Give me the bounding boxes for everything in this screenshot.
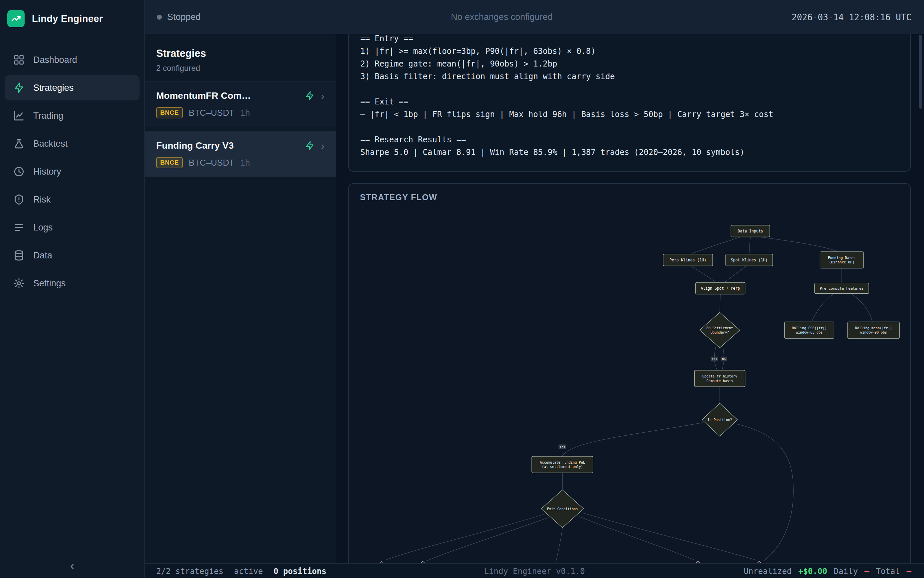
svg-text:Yes: Yes bbox=[560, 445, 565, 449]
status-label: Stopped bbox=[167, 12, 201, 22]
strategy-description-card: == Entry == 1) |fr| >= max(floor=3bp, P9… bbox=[348, 34, 911, 172]
flow-edge bbox=[723, 346, 724, 357]
svg-text:Update fr history: Update fr history bbox=[702, 374, 737, 378]
strategy-description: == Entry == 1) |fr| >= max(floor=3bp, P9… bbox=[349, 34, 910, 170]
app-root: Lindy Engineer DashboardStrategiesTradin… bbox=[0, 0, 924, 578]
svg-text:Exit Conditions: Exit Conditions bbox=[547, 507, 578, 511]
panel-title: Strategies bbox=[156, 47, 324, 60]
flow-edge bbox=[761, 237, 838, 252]
sidebar-item-settings[interactable]: Settings bbox=[5, 271, 139, 296]
sidebar-item-trading[interactable]: Trading bbox=[5, 103, 139, 128]
svg-text:Spot Klines (1H): Spot Klines (1H) bbox=[731, 258, 768, 262]
flow-node-data-inputs: Data Inputs bbox=[731, 225, 770, 237]
sidebar-item-label: Data bbox=[33, 250, 52, 261]
flow-node-update-fr-history: Update fr historyCompute basis bbox=[694, 370, 745, 387]
flow-title: STRATEGY FLOW bbox=[360, 193, 437, 202]
symbol-label: BTC–USDT bbox=[189, 157, 234, 168]
flow-node-align-spot-perp: Align Spot + Perp bbox=[696, 283, 745, 294]
flow-edge bbox=[426, 518, 549, 561]
flow-node-yes-settlement: Yes bbox=[710, 357, 718, 361]
logo: Lindy Engineer bbox=[0, 0, 144, 36]
flow-node-perp-klines: Perp Klines (1H) bbox=[663, 254, 713, 266]
chart-icon bbox=[13, 110, 24, 122]
svg-text:Data Inputs: Data Inputs bbox=[738, 229, 763, 234]
sidebar-item-data[interactable]: Data bbox=[5, 243, 139, 268]
flow-edge bbox=[555, 528, 562, 563]
sidebar-item-label: History bbox=[33, 167, 61, 177]
zap-icon bbox=[305, 91, 315, 101]
flow-edge bbox=[725, 266, 746, 283]
flow-edge bbox=[715, 346, 716, 357]
strategy-card[interactable]: Funding Carry V3›BNCEBTC–USDT1h bbox=[145, 132, 336, 177]
sidebar-item-history[interactable]: History bbox=[5, 159, 139, 184]
svg-text:Compute basis: Compute basis bbox=[706, 379, 733, 383]
zap-icon bbox=[305, 141, 315, 151]
flow-edge bbox=[720, 294, 720, 313]
flow-edge bbox=[691, 266, 716, 283]
positions-count: 0 positions bbox=[273, 567, 326, 576]
exchange-notice: No exchanges configured bbox=[451, 0, 552, 34]
app-version: Lindy Engineer v0.1.0 bbox=[484, 564, 585, 578]
flow-node-rolling-p90: Rolling P90(|fr|)window=63 obs bbox=[785, 322, 834, 339]
trending-up-icon bbox=[7, 10, 24, 27]
strategies-header: Strategies 2 configured bbox=[145, 34, 336, 81]
svg-text:Pre-compute Features: Pre-compute Features bbox=[820, 286, 864, 291]
flow-edge bbox=[722, 362, 724, 370]
topbar: Stopped No exchanges configured 2026-03-… bbox=[145, 0, 924, 34]
exchange-badge: BNCE bbox=[156, 157, 183, 168]
app-title: Lindy Engineer bbox=[32, 13, 103, 24]
engine-status: Stopped bbox=[157, 0, 201, 34]
chevron-right-icon: › bbox=[321, 141, 324, 151]
total-label: Total bbox=[876, 567, 900, 576]
scrollbar[interactable] bbox=[919, 35, 922, 109]
statusbar-right: Unrealized +$0.00 Daily – Total – bbox=[744, 564, 911, 578]
svg-text:Align Spot + Perp: Align Spot + Perp bbox=[701, 286, 740, 291]
database-icon bbox=[13, 250, 24, 261]
flask-icon bbox=[13, 138, 24, 149]
strategies-count: 2/2 strategies bbox=[156, 567, 223, 576]
daily-label: Daily bbox=[834, 567, 858, 576]
strategy-list: MomentumFR Com…›BNCEBTC–USDT1hFunding Ca… bbox=[145, 81, 336, 177]
flow-edge bbox=[691, 237, 740, 254]
sidebar-item-label: Risk bbox=[33, 195, 51, 205]
flow-edge bbox=[562, 423, 702, 456]
flow-node-accumulate-funding-pnl: Accumulate Funding PnL(at settlement onl… bbox=[532, 456, 593, 473]
strategy-flow-diagram: Data InputsPerp Klines (1H)Spot Klines (… bbox=[349, 184, 911, 563]
dashboard-icon bbox=[13, 54, 24, 65]
flow-edge bbox=[851, 294, 872, 322]
sidebar-item-label: Strategies bbox=[33, 83, 74, 93]
symbol-label: BTC–USDT bbox=[189, 108, 234, 118]
strategies-panel: Strategies 2 configured MomentumFR Com…›… bbox=[145, 34, 337, 563]
flow-edge bbox=[736, 424, 793, 562]
strategy-card[interactable]: MomentumFR Com…›BNCEBTC–USDT1h bbox=[145, 81, 336, 127]
flow-edge bbox=[812, 294, 833, 322]
panel-subtitle: 2 configured bbox=[156, 63, 324, 73]
svg-text:No: No bbox=[722, 357, 726, 361]
strategy-flow-card: Data InputsPerp Klines (1H)Spot Klines (… bbox=[348, 183, 911, 563]
timeframe-label: 1h bbox=[240, 108, 250, 118]
sidebar-item-backtest[interactable]: Backtest bbox=[5, 131, 139, 156]
strategy-name: MomentumFR Com… bbox=[156, 91, 305, 101]
sidebar-item-dashboard[interactable]: Dashboard bbox=[5, 47, 139, 73]
sidebar-item-logs[interactable]: Logs bbox=[5, 215, 139, 240]
svg-text:Rolling P90(|fr|): Rolling P90(|fr|) bbox=[792, 326, 827, 330]
sidebar-item-label: Trading bbox=[33, 111, 63, 121]
chevron-right-icon: › bbox=[321, 91, 324, 101]
unrealized-label: Unrealized bbox=[744, 567, 792, 576]
svg-text:8H Settlement: 8H Settlement bbox=[706, 326, 733, 330]
flow-node-spot-klines: Spot Klines (1H) bbox=[726, 254, 773, 266]
chevron-left-icon: ‹ bbox=[70, 559, 74, 572]
sidebar-item-risk[interactable]: Risk bbox=[5, 187, 139, 212]
clock-icon bbox=[13, 166, 24, 177]
sidebar-item-strategies[interactable]: Strategies bbox=[5, 75, 139, 101]
sidebar-nav: DashboardStrategiesTradingBacktestHistor… bbox=[0, 36, 144, 296]
status-dot-icon bbox=[157, 15, 162, 19]
svg-text:Funding Rates: Funding Rates bbox=[828, 256, 856, 260]
svg-text:Rolling mean(|fr|): Rolling mean(|fr|) bbox=[855, 326, 892, 330]
exchange-badge: BNCE bbox=[156, 107, 183, 119]
flow-edge bbox=[582, 513, 756, 560]
sidebar-item-label: Dashboard bbox=[33, 55, 77, 65]
sidebar-collapse-button[interactable]: ‹ bbox=[0, 559, 144, 572]
statusbar-left: 2/2 strategies active 0 positions bbox=[156, 564, 326, 578]
flow-node-yes-in-position: Yes bbox=[559, 445, 566, 449]
